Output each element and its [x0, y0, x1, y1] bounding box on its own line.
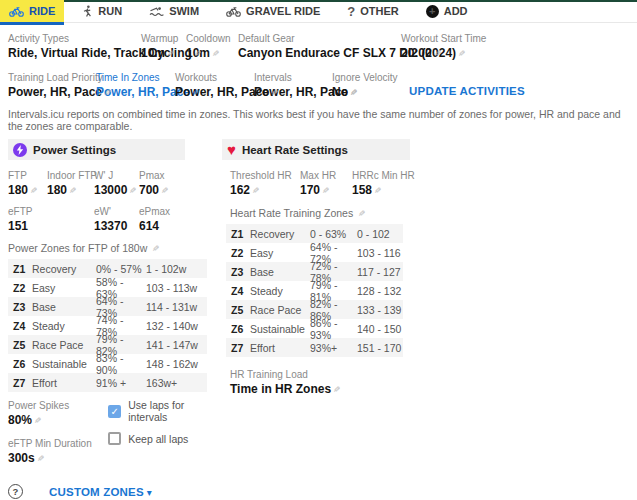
zone-id: Z6: [226, 323, 250, 335]
keep-all-laps-checkbox-row[interactable]: Keep all laps: [108, 432, 222, 445]
zone-pct: 91% +: [96, 377, 146, 389]
zone-range: 132 - 140w: [146, 320, 198, 332]
panel-title: Power Settings: [33, 144, 116, 156]
field-value: 162: [230, 183, 250, 197]
question-icon: ?: [347, 4, 355, 19]
eftp-min-duration-field: eFTP Min Duration 300s: [8, 437, 108, 467]
edit-icon[interactable]: [350, 88, 358, 98]
checkbox-unchecked-icon[interactable]: [108, 432, 121, 445]
tab-run[interactable]: RUN: [73, 0, 131, 22]
heart-icon: [227, 143, 236, 157]
tab-other[interactable]: ? OTHER: [338, 0, 407, 22]
zone-name: Base: [250, 266, 310, 278]
hr-zones-title: Heart Rate Training Zones: [230, 207, 353, 219]
zone-id: Z7: [8, 377, 32, 389]
zone-id: Z4: [8, 320, 32, 332]
edit-icon[interactable]: [37, 454, 45, 464]
edit-icon[interactable]: [194, 49, 202, 59]
zone-range: 114 - 131w: [146, 301, 197, 313]
field-value: No: [332, 85, 348, 99]
field-value: Time in HR Zones: [230, 382, 331, 396]
field-value: 614: [139, 219, 170, 234]
sport-tab-bar: RIDE RUN SWIM GRAVEL RIDE ? OTHER ADD: [0, 0, 637, 23]
epmax-field: ePmax 614: [139, 205, 170, 234]
zone-id: Z2: [226, 247, 250, 259]
bike-icon: [226, 6, 241, 17]
field-value: 20:00: [401, 46, 432, 60]
edit-icon[interactable]: [333, 385, 341, 395]
edit-icon[interactable]: [271, 88, 279, 98]
field-label: HR Training Load: [230, 368, 422, 381]
field-label: Default Gear: [238, 32, 401, 45]
general-settings-row-1: Activity Types Ride, Virtual Ride, Track…: [0, 32, 637, 62]
field-label: FTP: [8, 169, 47, 182]
zone-range: 151 - 170: [357, 342, 401, 354]
zone-id: Z2: [8, 282, 32, 294]
tab-ride[interactable]: RIDE: [0, 0, 64, 22]
field-label: HRRc Min HR: [352, 169, 415, 182]
edit-icon[interactable]: [458, 49, 466, 59]
tab-label: SWIM: [169, 5, 199, 17]
field-label: Max HR: [300, 169, 352, 182]
tab-label: ADD: [444, 5, 468, 17]
tab-label: OTHER: [360, 5, 399, 17]
field-label: Ignore Velocity: [332, 71, 409, 84]
checkbox-label: Keep all laps: [128, 433, 188, 445]
edit-icon[interactable]: [374, 186, 382, 196]
hr-training-load-field: HR Training Load Time in HR Zones: [222, 368, 422, 398]
edit-icon[interactable]: [30, 186, 38, 196]
zone-name: Steady: [32, 320, 96, 332]
power-settings-header: Power Settings: [8, 139, 185, 160]
workouts-field: Workouts Power, HR, Pace: [175, 71, 254, 101]
tab-add[interactable]: ADD: [417, 0, 477, 22]
hr-zone-row: Z7Effort93%+151 - 170: [226, 338, 403, 357]
field-label: W' J: [94, 169, 139, 182]
field-value: 80%: [8, 413, 32, 427]
edit-icon[interactable]: [152, 244, 160, 254]
zone-range: 140 - 150: [357, 323, 401, 335]
edit-icon[interactable]: [34, 416, 42, 426]
field-label: Indoor FTP: [47, 169, 94, 182]
edit-icon[interactable]: [69, 186, 77, 196]
field-value: 700: [139, 183, 159, 197]
hr-zones-table: Z1Recovery0 - 63%0 - 102 Z2Easy64% - 72%…: [226, 224, 422, 357]
eftp-field: eFTP 151: [8, 205, 94, 234]
tab-swim[interactable]: SWIM: [140, 0, 208, 22]
field-value: Power, HR, Pace: [8, 85, 102, 99]
checkbox-checked-icon[interactable]: [108, 405, 121, 418]
edit-icon[interactable]: [212, 49, 220, 59]
zone-id: Z5: [226, 304, 250, 316]
max-hr-field: Max HR 170: [300, 169, 352, 199]
use-laps-for-intervals-checkbox-row[interactable]: Use laps for intervals: [108, 399, 222, 423]
custom-zones-button[interactable]: CUSTOM ZONES: [49, 486, 152, 498]
general-settings-row-2: Training Load Priority Power, HR, Pace T…: [0, 71, 637, 101]
edit-icon[interactable]: [104, 88, 112, 98]
field-label: Training Load Priority: [8, 71, 96, 84]
zone-id: Z1: [226, 228, 250, 240]
zone-id: Z3: [8, 301, 32, 313]
edit-icon[interactable]: [161, 186, 169, 196]
field-label: ePmax: [139, 205, 170, 218]
edit-icon[interactable]: [192, 88, 200, 98]
help-icon[interactable]: [8, 484, 23, 499]
edit-icon[interactable]: [322, 186, 330, 196]
edit-icon[interactable]: [129, 186, 137, 196]
zone-range: 128 - 132: [357, 285, 401, 297]
edit-icon[interactable]: [434, 49, 442, 59]
field-label: Time In Zones: [96, 71, 175, 84]
checkbox-label: Use laps for intervals: [128, 399, 222, 423]
edit-icon[interactable]: [167, 49, 175, 59]
edit-icon[interactable]: [358, 209, 366, 219]
field-label: Activity Types: [8, 32, 141, 45]
edit-icon[interactable]: [252, 186, 260, 196]
tab-gravel-ride[interactable]: GRAVEL RIDE: [217, 0, 329, 22]
zone-range: 163w+: [146, 377, 177, 389]
power-fields-row-2: eFTP 151 eW' 13370 ePmax 614: [8, 205, 222, 234]
field-label: Pmax: [139, 169, 169, 182]
update-activities-button[interactable]: UPDATE ACTIVITIES: [409, 85, 525, 97]
field-label: Warmup: [141, 32, 186, 45]
hr-zone-row: Z6Sustainable86% - 93%140 - 150: [226, 319, 403, 338]
power-zone-row: Z7Effort91% +163w+: [8, 373, 207, 392]
panel-title: Heart Rate Settings: [242, 144, 348, 156]
zone-name: Sustainable: [250, 323, 310, 335]
